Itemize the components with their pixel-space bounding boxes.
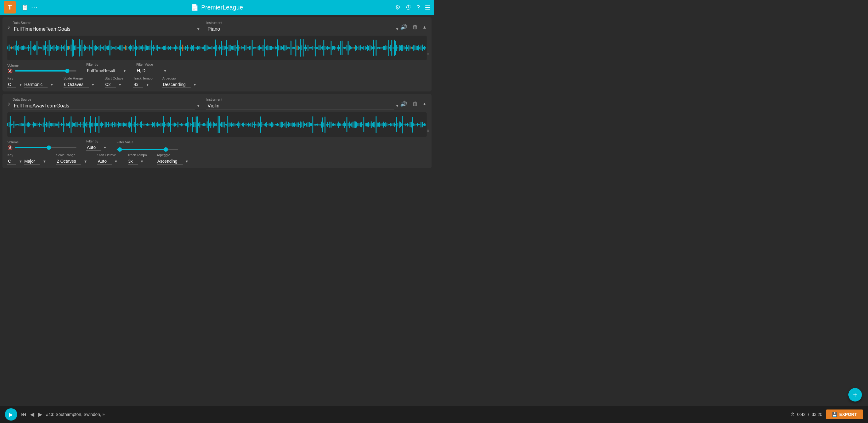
menu-icon[interactable]: ☰ (425, 4, 430, 11)
track2-filterby-select[interactable]: Auto (86, 144, 101, 151)
svg-rect-457 (143, 124, 144, 126)
track2-key-select[interactable]: C (7, 158, 16, 164)
svg-rect-564 (274, 124, 274, 125)
svg-rect-286 (355, 45, 356, 51)
track1-startoctave-select[interactable]: C2 (105, 81, 116, 88)
help-icon[interactable]: ? (416, 4, 420, 11)
notes-icon[interactable]: 📋 (20, 2, 30, 12)
svg-rect-672 (405, 124, 406, 126)
track2-scaletype-select[interactable]: Major (24, 158, 40, 164)
svg-rect-625 (348, 123, 349, 126)
track2-volume-icon[interactable]: 🔊 (399, 99, 408, 108)
svg-rect-69 (91, 47, 92, 49)
track1-filtervalue-select[interactable]: H, D (136, 67, 161, 74)
svg-rect-96 (124, 47, 125, 49)
track2-collapse-button[interactable]: ▲ (422, 101, 427, 106)
track1-volume-icon[interactable]: 🔊 (399, 22, 408, 32)
svg-rect-675 (408, 124, 409, 125)
svg-rect-566 (276, 124, 277, 125)
svg-rect-11 (21, 46, 22, 50)
svg-rect-311 (385, 46, 386, 50)
svg-rect-487 (180, 124, 181, 125)
svg-rect-340 (421, 46, 422, 50)
timer-icon[interactable]: ⏱ (405, 4, 412, 11)
track2-datasource-select[interactable]: FullTimeAwayTeamGoals (12, 102, 195, 110)
app-logo[interactable]: T (4, 1, 16, 13)
svg-rect-578 (291, 123, 291, 126)
track-card-2: ♪ Data Source FullTimeAwayTeamGoals ▼ In… (2, 94, 432, 168)
track2-delete-button[interactable]: 🗑 (411, 99, 419, 108)
track2-volume-thumb[interactable] (46, 146, 51, 150)
svg-rect-658 (388, 124, 389, 125)
track1-arpeggio-select[interactable]: Descending (162, 81, 191, 88)
more-options-icon[interactable]: ··· (31, 4, 38, 11)
svg-rect-505 (202, 124, 203, 125)
svg-rect-197 (247, 47, 248, 49)
track2-volume-slider[interactable] (15, 147, 76, 148)
svg-rect-633 (357, 123, 358, 126)
svg-rect-298 (370, 45, 370, 51)
track2-tempo-select[interactable]: 3x (128, 158, 138, 164)
svg-rect-105 (135, 39, 136, 56)
svg-rect-61 (82, 40, 83, 56)
svg-rect-428 (108, 122, 109, 127)
svg-rect-645 (372, 123, 373, 126)
svg-rect-488 (181, 123, 182, 126)
svg-rect-519 (219, 116, 220, 133)
svg-rect-353 (17, 124, 18, 125)
svg-rect-637 (362, 124, 363, 125)
svg-rect-80 (105, 45, 105, 51)
svg-rect-617 (338, 122, 339, 128)
svg-rect-308 (382, 47, 383, 49)
track1-instrument-select[interactable]: Piano (206, 25, 394, 33)
svg-rect-305 (378, 47, 379, 49)
settings-wheel-icon[interactable]: ⚙ (395, 4, 401, 11)
svg-rect-390 (62, 124, 63, 125)
track2-instrument-select[interactable]: Violin (206, 102, 394, 110)
track2-instrument-arrow: ▼ (395, 104, 399, 108)
track2-drag-handle[interactable]: ⠿ (427, 129, 429, 132)
svg-rect-48 (66, 39, 67, 56)
track2-arpeggio-select[interactable]: Ascending (157, 158, 183, 164)
track1-scalerange-select[interactable]: 6 Octaves (64, 81, 89, 88)
track1-scaletype-select[interactable]: Harmonic (24, 81, 48, 88)
track2-mute-icon[interactable]: 🔇 (7, 145, 12, 150)
svg-rect-627 (350, 124, 351, 126)
track1-filterby-select[interactable]: FullTimeResult (86, 67, 120, 74)
svg-rect-162 (204, 45, 205, 51)
track1-volume-thumb[interactable] (65, 69, 69, 73)
track1-drag-handle[interactable]: ⠿ (427, 53, 429, 56)
track1-mute-icon[interactable]: 🔇 (7, 68, 12, 73)
svg-rect-659 (389, 124, 390, 125)
svg-rect-163 (205, 44, 206, 51)
track1-instrument-section: Instrument Piano ▼ (206, 21, 399, 33)
svg-rect-636 (361, 122, 362, 127)
track2-filtervalue-thumb-right[interactable] (164, 147, 168, 152)
track2-filtervalue-thumb-left[interactable] (118, 147, 122, 152)
track2-filtervalue-slider[interactable] (117, 149, 178, 150)
svg-rect-231 (288, 47, 289, 49)
svg-rect-104 (134, 47, 135, 49)
track2-startoctave-select[interactable]: Auto (97, 158, 112, 164)
track1-volume-slider[interactable] (15, 70, 76, 71)
svg-rect-628 (351, 122, 352, 126)
svg-rect-207 (259, 46, 260, 50)
track2-filterby-group: Filter by Auto ▼ (86, 139, 107, 151)
track1-key-select[interactable]: C (7, 81, 16, 88)
svg-rect-500 (196, 117, 197, 133)
track1-tempo-select[interactable]: 4x (133, 81, 143, 88)
svg-rect-209 (261, 47, 262, 49)
svg-rect-145 (184, 47, 184, 49)
svg-rect-547 (253, 124, 254, 125)
track1-datasource-select[interactable]: FullTimeHomeTeamGoals (12, 25, 195, 33)
svg-rect-562 (271, 122, 272, 127)
svg-rect-272 (338, 45, 339, 51)
svg-rect-381 (51, 123, 52, 126)
svg-rect-79 (103, 46, 104, 50)
svg-rect-269 (334, 46, 335, 50)
svg-rect-375 (44, 118, 45, 132)
track1-delete-button[interactable]: 🗑 (411, 23, 419, 32)
track1-collapse-button[interactable]: ▲ (422, 25, 427, 29)
track2-scalerange-select[interactable]: 2 Octaves (56, 158, 81, 164)
svg-rect-346 (9, 122, 9, 127)
